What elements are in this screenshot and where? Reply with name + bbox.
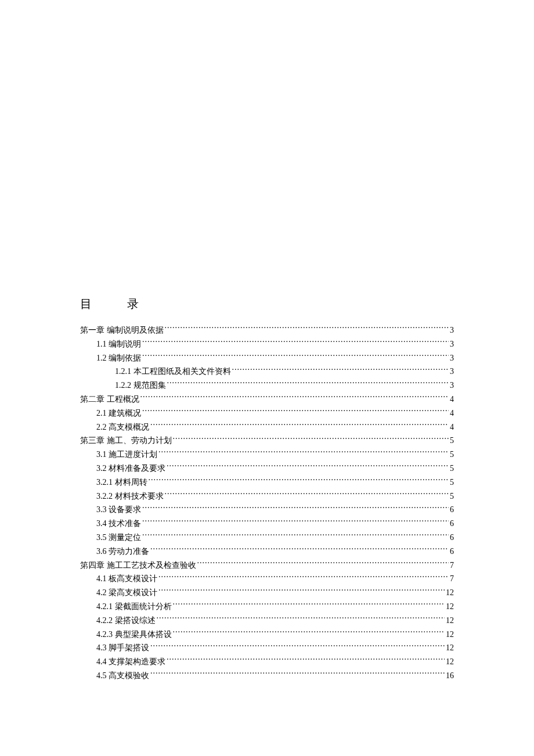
toc-leader-dots — [173, 435, 449, 443]
toc-leader-dots — [167, 656, 445, 664]
toc-entry-page: 5 — [450, 448, 454, 462]
toc-entry-page: 7 — [450, 559, 454, 573]
toc-entry-text: 1.2 编制依据 — [96, 351, 141, 365]
toc-entry-page: 3 — [450, 351, 454, 365]
toc-entry-page: 6 — [450, 531, 454, 545]
toc-leader-dots — [232, 366, 449, 374]
toc-entry[interactable]: 2.1 建筑概况4 — [96, 406, 454, 420]
toc-entry-page: 5 — [450, 476, 454, 489]
toc-entry[interactable]: 4.2.2 梁搭设综述12 — [96, 614, 454, 628]
toc-entry[interactable]: 第一章 编制说明及依据3 — [80, 323, 454, 337]
toc-entry-text: 第一章 编制说明及依据 — [80, 323, 164, 337]
toc-entry-text: 1.2.1 本工程图纸及相关文件资料 — [115, 365, 231, 379]
toc-entry-page: 12 — [446, 628, 454, 642]
toc-entry[interactable]: 4.5 高支模验收16 — [96, 669, 454, 683]
toc-entry[interactable]: 3.2 材料准备及要求5 — [96, 462, 454, 476]
toc-leader-dots — [197, 560, 449, 568]
toc-entry[interactable]: 1.2 编制依据3 — [96, 351, 454, 365]
toc-entry-text: 3.1 施工进度计划 — [96, 448, 157, 462]
toc-entry-text: 2.1 建筑概况 — [96, 406, 141, 420]
toc-leader-dots — [150, 642, 445, 650]
toc-leader-dots — [157, 615, 445, 623]
toc-entry-page: 12 — [446, 600, 454, 614]
toc-entry-text: 4.2.3 典型梁具体搭设 — [96, 628, 172, 642]
toc-entry-page: 3 — [450, 365, 454, 379]
toc-entry-page: 4 — [450, 393, 454, 406]
toc-entry-page: 12 — [446, 655, 454, 669]
toc-entry[interactable]: 3.3 设备要求6 — [96, 503, 454, 517]
toc-leader-dots — [165, 491, 449, 499]
toc-entry[interactable]: 4.2 梁高支模设计12 — [96, 586, 454, 600]
toc-entry-page: 6 — [450, 503, 454, 517]
toc-leader-dots — [142, 352, 449, 361]
toc-leader-dots — [142, 408, 449, 416]
toc-entry-page: 5 — [450, 489, 454, 503]
toc-leader-dots — [142, 339, 449, 347]
toc-leader-dots — [142, 504, 449, 512]
toc-entry[interactable]: 4.2.3 典型梁具体搭设12 — [96, 628, 454, 642]
toc-entry-page: 16 — [446, 669, 454, 683]
toc-entry-page: 6 — [450, 545, 454, 559]
toc-entry[interactable]: 3.1 施工进度计划5 — [96, 448, 454, 462]
toc-entry[interactable]: 第三章 施工、劳动力计划5 — [80, 434, 454, 448]
toc-entry-page: 3 — [450, 379, 454, 393]
toc-leader-dots — [142, 518, 449, 526]
toc-entry-page: 4 — [450, 420, 454, 434]
toc-leader-dots — [173, 601, 445, 609]
document-page: 目 录 第一章 编制说明及依据31.1 编制说明31.2 编制依据31.2.1 … — [0, 0, 534, 683]
toc-entry-page: 3 — [450, 337, 454, 351]
toc-entry-text: 第三章 施工、劳动力计划 — [80, 434, 172, 448]
toc-entry-page: 4 — [450, 406, 454, 420]
toc-entry-text: 3.4 技术准备 — [96, 517, 141, 531]
toc-leader-dots — [150, 670, 445, 678]
toc-entry-text: 4.4 支撑架构造要求 — [96, 655, 165, 669]
toc-entry-text: 第二章 工程概况 — [80, 393, 139, 406]
toc-entry[interactable]: 2.2 高支模概况4 — [96, 420, 454, 434]
toc-entry-text: 4.3 脚手架搭设 — [96, 641, 149, 655]
toc-leader-dots — [158, 449, 449, 457]
toc-entry-page: 12 — [446, 641, 454, 655]
toc-entry[interactable]: 3.2.2 材料技术要求5 — [96, 489, 454, 503]
toc-entry-text: 1.2.2 规范图集 — [115, 379, 166, 393]
toc-entry[interactable]: 3.5 测量定位6 — [96, 531, 454, 545]
toc-entry-page: 7 — [450, 572, 454, 586]
toc-entry-text: 4.2 梁高支模设计 — [96, 586, 157, 600]
toc-leader-dots — [150, 546, 449, 554]
toc-entry[interactable]: 1.2.1 本工程图纸及相关文件资料3 — [115, 365, 454, 379]
toc-entry-page: 3 — [450, 323, 454, 337]
toc-leader-dots — [167, 463, 449, 471]
toc-entry-text: 3.2 材料准备及要求 — [96, 462, 165, 476]
toc-leader-dots — [140, 394, 449, 402]
toc-entry-text: 1.1 编制说明 — [96, 337, 141, 351]
toc-leader-dots — [158, 587, 445, 595]
toc-leader-dots — [142, 532, 449, 540]
toc-leader-dots — [158, 573, 449, 581]
toc-entry[interactable]: 第二章 工程概况4 — [80, 393, 454, 406]
toc-entry-page: 5 — [450, 434, 454, 448]
toc-entry[interactable]: 1.1 编制说明3 — [96, 337, 454, 351]
toc-entry-text: 4.2.1 梁截面统计分析 — [96, 600, 172, 614]
toc-entry-page: 6 — [450, 517, 454, 531]
toc-entry-text: 2.2 高支模概况 — [96, 420, 149, 434]
toc-entry-page: 12 — [446, 586, 454, 600]
toc-entry[interactable]: 第四章 施工工艺技术及检查验收7 — [80, 559, 454, 573]
toc-entry[interactable]: 4.4 支撑架构造要求12 — [96, 655, 454, 669]
toc-entry-page: 5 — [450, 462, 454, 476]
toc-entry[interactable]: 1.2.2 规范图集3 — [115, 379, 454, 393]
toc-entry[interactable]: 3.2.1 材料周转5 — [96, 476, 454, 489]
toc-entry-text: 4.1 板高支模设计 — [96, 572, 157, 586]
toc-entry-text: 4.2.2 梁搭设综述 — [96, 614, 156, 628]
toc-leader-dots — [150, 422, 449, 430]
toc-title: 目 录 — [80, 296, 454, 312]
toc-entry-text: 3.5 测量定位 — [96, 531, 141, 545]
toc-leader-dots — [165, 325, 449, 333]
toc-entry[interactable]: 3.4 技术准备6 — [96, 517, 454, 531]
toc-entry-text: 第四章 施工工艺技术及检查验收 — [80, 559, 196, 573]
toc-entry[interactable]: 4.3 脚手架搭设12 — [96, 641, 454, 655]
toc-entry-text: 3.6 劳动力准备 — [96, 545, 149, 559]
toc-leader-dots — [149, 477, 449, 485]
toc-entry[interactable]: 3.6 劳动力准备6 — [96, 545, 454, 559]
toc-entry-text: 4.5 高支模验收 — [96, 669, 149, 683]
toc-entry[interactable]: 4.2.1 梁截面统计分析12 — [96, 600, 454, 614]
toc-entry[interactable]: 4.1 板高支模设计7 — [96, 572, 454, 586]
